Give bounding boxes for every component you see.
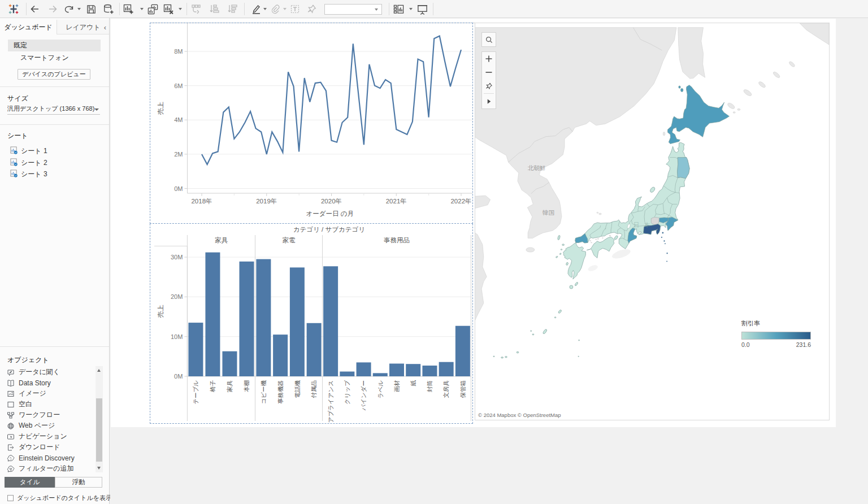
japan-choropleth-map[interactable]: 北朝鮮 韓国 — [475, 23, 829, 420]
svg-text:家電: 家電 — [283, 237, 296, 244]
zoom-out-icon[interactable] — [482, 66, 496, 79]
svg-text:家具: 家具 — [226, 380, 233, 393]
map-island-jeju — [526, 247, 535, 252]
tableau-logo-icon[interactable] — [5, 0, 23, 18]
toolbar-separator — [389, 3, 389, 15]
object-item-web-page[interactable]: Web ページ — [7, 422, 55, 431]
ask-data-icon — [7, 368, 15, 376]
object-list-scrollbar[interactable] — [96, 366, 103, 472]
dashboard-phone-item[interactable]: スマートフォン — [20, 53, 69, 62]
device-preview-button[interactable]: デバイスのプレビュー — [18, 69, 90, 80]
map-zone[interactable]: 北朝鮮 韓国 — [475, 23, 830, 420]
new-datasource-icon[interactable] — [101, 0, 115, 18]
svg-text:2020年: 2020年 — [321, 198, 342, 205]
toolbar-separator — [244, 3, 245, 15]
map-island-oki — [599, 213, 601, 215]
scroll-down-icon[interactable] — [97, 467, 101, 470]
map-controls-divider — [484, 93, 494, 94]
new-worksheet-icon[interactable] — [121, 0, 135, 18]
sheet-list-item[interactable]: シート 2 — [10, 158, 47, 168]
map-legend: 割引率 0.0 231.6 — [741, 319, 815, 348]
tab-layout[interactable]: レイアウト — [57, 20, 109, 34]
svg-text:2022年: 2022年 — [450, 198, 471, 205]
object-item-workflow[interactable]: ワークフロー — [7, 411, 60, 420]
sidebar: ダッシュボード レイアウト ‹ 既定 スマートフォン デバイスのプレビュー サイ… — [0, 18, 110, 504]
chevron-left-icon[interactable]: ‹ — [104, 23, 106, 32]
bar-chart[interactable]: カテゴリ / サブカテゴリ家具家電事務用品0M10M20M30Mテーブル椅子家具… — [150, 224, 472, 423]
dashboard-default-item[interactable]: 既定 — [8, 40, 101, 51]
object-item-image[interactable]: イメージ — [7, 389, 46, 398]
highlight-icon[interactable] — [249, 0, 263, 18]
map-island-iki — [562, 244, 565, 246]
swap-rows-columns-icon[interactable] — [189, 0, 203, 18]
tiled-button[interactable]: タイル — [5, 477, 55, 488]
svg-text:2019年: 2019年 — [256, 198, 277, 205]
size-dropdown[interactable]: 汎用デスクトップ (1366 x 768) — [7, 105, 100, 115]
svg-text:オーダー日 の月: オーダー日 の月 — [306, 210, 354, 217]
svg-text:0M: 0M — [174, 373, 183, 380]
presentation-mode-icon[interactable] — [415, 0, 429, 18]
attach-caret-icon[interactable] — [283, 8, 287, 10]
map-search-button[interactable] — [481, 32, 496, 47]
object-item-add-filter[interactable]: フィルターの追加 — [7, 464, 73, 473]
map-pref-iwate[interactable] — [678, 158, 690, 179]
object-item-ask-data[interactable]: データに聞く — [7, 368, 60, 377]
text-label-icon[interactable] — [288, 0, 302, 18]
sheet-list-item[interactable]: シート 1 — [10, 146, 47, 156]
object-item-label: ワークフロー — [19, 410, 60, 420]
sheet-list-item[interactable]: シート 3 — [10, 170, 47, 179]
floating-button[interactable]: 浮動 — [55, 477, 102, 488]
map-expand-icon[interactable] — [482, 94, 496, 108]
show-cards-caret-icon[interactable] — [409, 8, 413, 10]
replay-caret-icon[interactable] — [77, 8, 81, 10]
object-item-blank[interactable]: 空白 — [7, 400, 32, 409]
redo-icon[interactable] — [46, 0, 59, 18]
svg-text:2018年: 2018年 — [191, 198, 212, 205]
sidebar-tabs: ダッシュボード レイアウト ‹ — [0, 20, 109, 34]
worksheet-icon — [10, 158, 18, 168]
image-icon — [7, 390, 15, 398]
attach-icon[interactable] — [268, 0, 282, 18]
scrollbar-thumb[interactable] — [96, 398, 102, 462]
svg-text:付属品: 付属品 — [310, 380, 317, 398]
size-section-label: サイズ — [7, 94, 28, 103]
clear-sheet-icon[interactable] — [162, 0, 175, 18]
svg-text:椅子: 椅子 — [209, 380, 216, 393]
zoom-in-icon[interactable] — [482, 52, 496, 66]
svg-text:電話機: 電話機 — [294, 380, 301, 398]
workflow-icon — [7, 411, 15, 419]
line-chart[interactable]: 0M2M4M6M8M2018年2019年2020年2021年2022年オーダー日… — [150, 23, 472, 223]
object-item-download[interactable]: ダウンロード — [7, 443, 60, 452]
replay-icon[interactable] — [62, 0, 76, 18]
object-item-label: ナビゲーション — [19, 432, 67, 441]
tab-dashboard[interactable]: ダッシュボード — [0, 20, 57, 34]
highlight-caret-icon[interactable] — [263, 8, 267, 10]
object-item-einstein-discovery[interactable]: Einstein Discovery — [7, 454, 75, 463]
show-cards-icon[interactable] — [391, 0, 406, 18]
worksheet-icon — [10, 146, 18, 156]
object-item-data-story[interactable]: Data Story — [7, 379, 51, 388]
object-item-navigation[interactable]: ナビゲーション — [7, 432, 67, 441]
show-title-checkbox[interactable] — [7, 495, 14, 501]
sort-ascending-icon[interactable] — [207, 0, 221, 18]
toolbar-separator — [119, 3, 120, 15]
sheets-section-label: シート — [7, 131, 28, 141]
svg-text:事務用品: 事務用品 — [384, 237, 410, 244]
svg-text:10M: 10M — [171, 333, 183, 340]
line-chart-zone[interactable]: 0M2M4M6M8M2018年2019年2020年2021年2022年オーダー日… — [150, 23, 473, 224]
fit-dropdown[interactable] — [324, 4, 382, 15]
save-icon[interactable] — [84, 0, 98, 18]
web-page-icon — [7, 422, 15, 430]
duplicate-sheet-icon[interactable] — [146, 0, 159, 18]
download-icon — [7, 444, 15, 451]
sort-descending-icon[interactable] — [225, 0, 239, 18]
undo-icon[interactable] — [28, 0, 42, 18]
clear-sheet-caret-icon[interactable] — [179, 8, 182, 10]
map-pin-icon[interactable] — [482, 79, 496, 93]
new-worksheet-caret-icon[interactable] — [140, 8, 144, 10]
bar-chart-zone[interactable]: カテゴリ / サブカテゴリ家具家電事務用品0M10M20M30Mテーブル椅子家具… — [150, 224, 473, 424]
scroll-up-icon[interactable] — [97, 369, 101, 372]
objects-section-label: オブジェクト — [7, 355, 49, 365]
svg-text:20M: 20M — [171, 293, 183, 300]
pin-icon[interactable] — [305, 0, 319, 18]
